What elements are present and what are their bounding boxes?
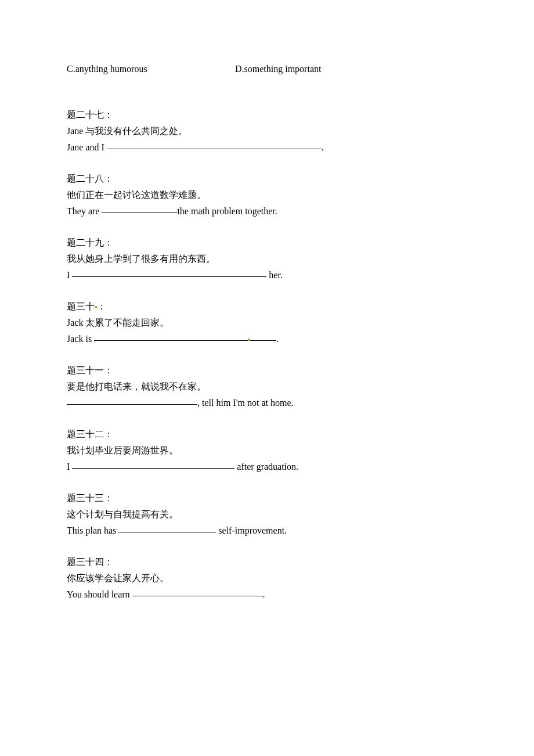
english-post: , tell him I'm not at home. bbox=[197, 398, 294, 408]
question-27: 题二十七： Jane 与我没有什么共同之处。 Jane and I . bbox=[67, 107, 467, 156]
fill-blank[interactable] bbox=[250, 331, 276, 341]
question-chinese: 要是他打电话来，就说我不在家。 bbox=[67, 379, 467, 395]
question-chinese: 你应该学会让家人开心。 bbox=[67, 570, 467, 586]
english-pre: I bbox=[67, 462, 72, 471]
fill-blank[interactable] bbox=[67, 395, 197, 405]
question-28: 题二十八： 他们正在一起讨论这道数学难题。 They are the math … bbox=[67, 171, 467, 219]
english-post: the math problem together. bbox=[177, 206, 277, 216]
question-31: 题三十一： 要是他打电话来，就说我不在家。 , tell him I'm not… bbox=[67, 362, 467, 411]
english-pre: Jane and I bbox=[67, 142, 107, 152]
english-post: . bbox=[263, 589, 265, 599]
english-pre: I bbox=[67, 270, 72, 280]
question-chinese: Jane 与我没有什么共同之处。 bbox=[67, 123, 467, 139]
question-title: 题二十八： bbox=[67, 171, 467, 187]
question-chinese: 这个计划与自我提高有关。 bbox=[67, 506, 467, 523]
question-english: Jack is . bbox=[67, 331, 467, 347]
fill-blank[interactable] bbox=[107, 139, 322, 149]
question-english: I after graduation. bbox=[67, 459, 467, 475]
question-chinese: 他们正在一起讨论这道数学难题。 bbox=[67, 187, 467, 203]
question-33: 题三十三： 这个计划与自我提高有关。 This plan has self-im… bbox=[67, 490, 467, 539]
question-29: 题二十九： 我从她身上学到了很多有用的东西。 I her. bbox=[67, 235, 467, 283]
question-title: 题二十七： bbox=[67, 107, 467, 123]
question-title: 题三十二： bbox=[67, 426, 467, 442]
english-post: . bbox=[276, 334, 279, 344]
options-row-c-d: C.anything humorous D.something importan… bbox=[67, 64, 467, 74]
english-post: after graduation. bbox=[234, 462, 298, 471]
dot-icon bbox=[95, 306, 97, 308]
question-chinese: 我从她身上学到了很多有用的东西。 bbox=[67, 251, 467, 267]
fill-blank[interactable] bbox=[132, 586, 263, 596]
english-post: her. bbox=[266, 270, 283, 280]
question-34: 题三十四： 你应该学会让家人开心。 You should learn . bbox=[67, 554, 467, 603]
question-english: They are the math problem together. bbox=[67, 203, 467, 219]
question-title: 题三十四： bbox=[67, 554, 467, 570]
english-post: self-improvement. bbox=[216, 525, 287, 535]
question-30: 题三十： Jack 太累了不能走回家。 Jack is . bbox=[67, 298, 467, 347]
question-title: 题三十一： bbox=[67, 362, 467, 379]
english-pre: They are bbox=[67, 206, 102, 216]
question-english: This plan has self-improvement. bbox=[67, 523, 467, 539]
question-32: 题三十二： 我计划毕业后要周游世界。 I after graduation. bbox=[67, 426, 467, 475]
question-chinese: Jack 太累了不能走回家。 bbox=[67, 315, 467, 331]
english-pre: You should learn bbox=[67, 589, 132, 599]
fill-blank[interactable] bbox=[118, 523, 216, 532]
question-english: Jane and I . bbox=[67, 139, 467, 156]
question-title: 题三十： bbox=[67, 298, 467, 315]
fill-blank[interactable] bbox=[94, 331, 248, 341]
english-pre: This plan has bbox=[67, 525, 118, 535]
english-post: . bbox=[322, 142, 324, 152]
option-d: D.something important bbox=[235, 64, 321, 74]
fill-blank[interactable] bbox=[72, 267, 266, 277]
question-english: , tell him I'm not at home. bbox=[67, 395, 467, 411]
question-chinese: 我计划毕业后要周游世界。 bbox=[67, 442, 467, 459]
question-title-text: 题三十 bbox=[67, 301, 95, 311]
question-title: 题三十三： bbox=[67, 490, 467, 506]
question-title: 题二十九： bbox=[67, 235, 467, 251]
question-english: You should learn . bbox=[67, 586, 467, 603]
english-pre: Jack is bbox=[67, 334, 94, 344]
question-title-suffix: ： bbox=[97, 301, 106, 311]
page-content: C.anything humorous D.something importan… bbox=[0, 0, 534, 756]
fill-blank[interactable] bbox=[102, 203, 177, 213]
fill-blank[interactable] bbox=[72, 459, 234, 469]
option-c: C.anything humorous bbox=[67, 64, 235, 74]
question-english: I her. bbox=[67, 267, 467, 283]
